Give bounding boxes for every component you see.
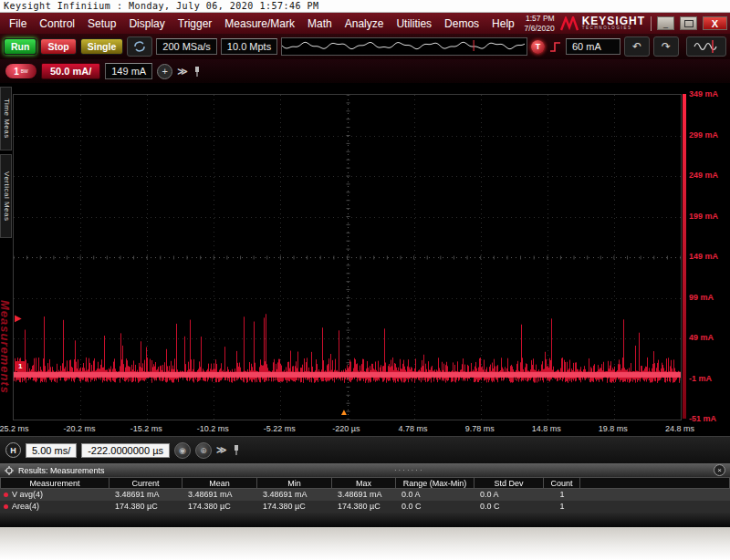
measurement-name: V avg(4): [12, 489, 43, 501]
measurements-panel-tab[interactable]: Measurements: [0, 300, 12, 394]
horizontal-expand-button[interactable]: ≫: [216, 444, 227, 456]
x-axis: -25.2 ms-20.2 ms-15.2 ms-10.2 ms-5.22 ms…: [0, 423, 730, 436]
trigger-level-field[interactable]: 60 mA: [566, 38, 620, 55]
maximize-button[interactable]: [680, 16, 697, 30]
horizontal-button[interactable]: H: [5, 442, 21, 458]
undo-button[interactable]: ↶: [624, 36, 650, 57]
channel-scale-strip[interactable]: [683, 94, 686, 419]
autoscale-waveform-icon: [694, 39, 719, 54]
table-row[interactable]: V avg(4) 3.48691 mA3.48691 mA3.48691 mA3…: [0, 489, 730, 501]
waveform-preview-canvas: [282, 38, 525, 53]
menu-item[interactable]: Analyze: [339, 17, 391, 30]
results-header-row: MeasurementCurrentMeanMinMaxRange (Max-M…: [0, 477, 730, 489]
menu-item[interactable]: File: [3, 17, 33, 30]
single-button[interactable]: Single: [80, 38, 124, 56]
measurement-value: 0.0 A: [396, 489, 474, 501]
waveform-preview-strip[interactable]: [281, 37, 527, 56]
measurement-value: 1: [544, 501, 580, 513]
close-button[interactable]: X: [703, 16, 727, 30]
menu-item[interactable]: Demos: [438, 17, 485, 30]
results-drag-handle[interactable]: ·······: [110, 466, 709, 474]
column-header: Max: [332, 477, 396, 489]
sidebar-tab-time-meas[interactable]: Time Meas: [0, 87, 12, 150]
channel-bar: 1 BW 50.0 mA/ 149 mA + ≫: [0, 59, 730, 83]
y-axis-label: 49 mA: [689, 333, 727, 342]
sync-arrows-icon: [132, 40, 147, 53]
x-axis-label: -5.22 ms: [260, 424, 298, 433]
close-icon: X: [712, 18, 718, 29]
channel-offset-field[interactable]: 149 mA: [105, 63, 152, 79]
channel-scale-field[interactable]: 50.0 mA/: [41, 63, 100, 79]
channel-ground-marker[interactable]: 1: [15, 361, 26, 371]
menu-item[interactable]: Trigger: [172, 17, 219, 30]
results-title: Results: Measurements: [18, 466, 105, 475]
measurement-color-dot: [4, 493, 8, 497]
results-panel-bottom-fade: [0, 513, 730, 527]
y-axis-label: 249 mA: [689, 171, 727, 180]
memory-depth-field[interactable]: 10.0 Mpts: [221, 38, 277, 55]
scope-canvas[interactable]: [14, 95, 681, 420]
channel-1-button[interactable]: 1 BW: [5, 64, 36, 78]
pin-icon[interactable]: [193, 66, 202, 78]
menu-item[interactable]: Math: [301, 17, 339, 30]
channel-expand-button[interactable]: ≫: [177, 66, 188, 78]
measurement-value: 0.0 A: [474, 489, 544, 501]
pin-icon[interactable]: [232, 444, 241, 456]
x-axis-label: -220 µs: [327, 424, 365, 433]
redo-button[interactable]: ↷: [653, 36, 679, 57]
y-axis-label: 349 mA: [689, 89, 727, 99]
menu-item[interactable]: Setup: [81, 17, 122, 30]
results-table: MeasurementCurrentMeanMinMaxRange (Max-M…: [0, 477, 730, 513]
sample-rate-field[interactable]: 200 MSa/s: [156, 38, 217, 55]
row-filler: [580, 489, 730, 501]
minimize-icon: _: [663, 19, 668, 28]
menu-item[interactable]: Control: [33, 17, 81, 30]
horizontal-knob-icon[interactable]: ◉: [174, 442, 191, 459]
trigger-level-marker[interactable]: ▶: [15, 314, 22, 323]
horizontal-position-field[interactable]: -222.0000000 µs: [81, 443, 170, 458]
trigger-edge-icon[interactable]: [548, 40, 562, 54]
y-axis-label: -1 mA: [689, 374, 727, 383]
menu-item[interactable]: Display: [122, 17, 171, 30]
column-header: Mean: [182, 477, 257, 489]
waveform-graticule[interactable]: [13, 94, 682, 420]
add-channel-button[interactable]: +: [157, 64, 172, 79]
results-close-button[interactable]: ×: [714, 464, 725, 476]
trigger-source-button[interactable]: T: [531, 40, 545, 54]
gear-icon[interactable]: [5, 466, 14, 475]
y-axis-label: 99 mA: [689, 293, 727, 302]
horizontal-zoom-icon[interactable]: ⊕: [195, 442, 212, 459]
horizontal-controls-bar: H 5.00 ms/ -222.0000000 µs ◉ ⊕ ≫: [0, 436, 730, 463]
measurement-name: Area(4): [12, 501, 39, 513]
minimize-button[interactable]: _: [657, 16, 674, 30]
x-axis-labels: -25.2 ms-20.2 ms-15.2 ms-10.2 ms-5.22 ms…: [0, 424, 699, 433]
x-axis-label: -20.2 ms: [60, 424, 99, 433]
acquisition-toolbar: Run Stop Single 200 MSa/s 10.0 Mpts T 60…: [0, 34, 730, 59]
menu-item[interactable]: Measure/Mark: [218, 17, 301, 30]
brand-subtitle: TECHNOLOGIES: [582, 26, 645, 31]
desktop-background: [0, 527, 730, 560]
y-axis-label: 299 mA: [689, 130, 727, 140]
x-axis-label: 4.78 ms: [394, 424, 433, 433]
timebase-field[interactable]: 5.00 ms/: [26, 443, 77, 458]
time-reference-marker[interactable]: ▲: [339, 408, 349, 417]
sidebar-tab-vertical-meas[interactable]: Vertical Meas: [0, 154, 12, 238]
y-axis-labels: 349 mA299 mA249 mA199 mA149 mA99 mA49 mA…: [689, 89, 727, 423]
column-header: Std Dev: [474, 477, 544, 489]
menu-item[interactable]: Utilities: [390, 17, 438, 30]
acquisition-sync-button[interactable]: [127, 36, 152, 57]
measurement-value: 174.380 µC: [332, 501, 396, 513]
column-header: Count: [544, 477, 580, 489]
stop-button[interactable]: Stop: [40, 38, 76, 56]
menu-item[interactable]: Help: [485, 17, 521, 30]
run-button[interactable]: Run: [4, 38, 36, 56]
table-row[interactable]: Area(4) 174.380 µC174.380 µC174.380 µC17…: [0, 501, 730, 513]
menu-right-cluster: 1:57 PM 7/6/2020 KEYSIGHT TECHNOLOGIES _: [525, 14, 727, 33]
measurement-value: 174.380 µC: [257, 501, 332, 513]
results-panel-header[interactable]: Results: Measurements ······· ×: [0, 463, 730, 477]
y-axis-label: -51 mA: [689, 414, 727, 423]
autoscale-button[interactable]: [686, 36, 726, 57]
x-axis-label: 24.8 ms: [661, 424, 699, 433]
keysight-logo: KEYSIGHT TECHNOLOGIES: [560, 16, 645, 31]
x-axis-label: -25.2 ms: [0, 424, 32, 433]
